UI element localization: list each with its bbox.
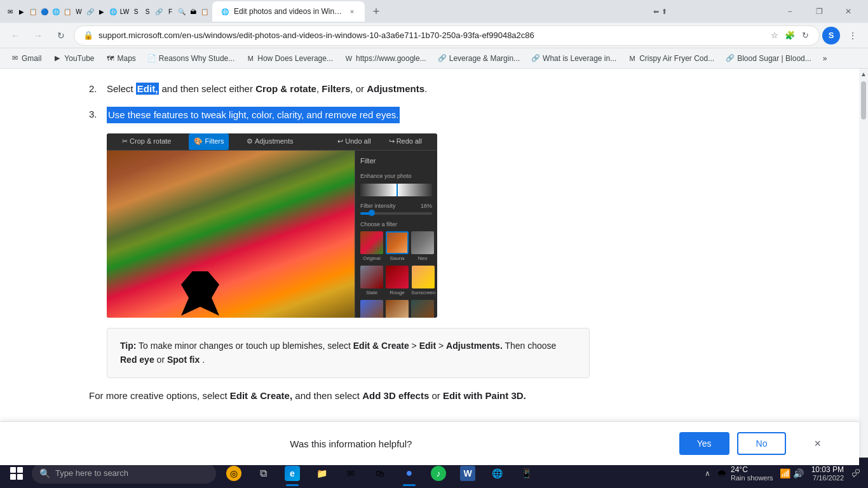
screenshot-container: ✂ Crop & rotate 🎨 Filters ⚙ Adjustments … [107,133,437,318]
photos-toolbar: ✂ Crop & rotate 🎨 Filters ⚙ Adjustments … [107,133,437,151]
user-profile-button[interactable]: S [822,27,840,44]
filter-panel: Filter Enhance your photo Filter intensi… [355,151,437,318]
tab-favicon-14: 🔗 [154,6,164,17]
bookmark-what-leverage[interactable]: 🔗 What is Leverage in... [526,51,621,66]
bookmark-leverage-how-label: How Does Leverage... [257,54,333,63]
bookmark-maps[interactable]: 🗺 Maps [101,51,141,66]
bookmark-what-leverage-label: What is Leverage in... [543,54,616,63]
scroll-thumb[interactable] [861,81,866,119]
tip-arrow2: > [438,341,446,351]
redo-all-btn: ↪ Redo all [384,133,427,150]
spotify-icon: ♪ [431,466,446,481]
network-icon[interactable]: 📶 [780,468,790,478]
bookmark-leverage-margin[interactable]: 🔗 Leverage & Margin... [433,51,525,66]
word-icon: W [460,466,475,481]
weather-widget[interactable]: 🌧 24°C Rain showers [713,465,777,482]
tab-favicon-13: S [142,6,153,17]
bookmark-youtube[interactable]: ▶ YouTube [48,51,99,66]
feedback-close-button[interactable]: × [814,437,821,451]
show-hidden-icons[interactable]: ∧ [705,469,710,478]
feedback-yes-button[interactable]: Yes [679,432,729,455]
back-button[interactable]: ← [5,25,25,46]
feedback-buttons: Yes No [679,432,787,455]
bookmark-blood-sugar[interactable]: 🔗 Blood Sugar | Blood... [721,51,817,66]
refresh-button[interactable]: ↻ [51,25,71,46]
task-view-icon: ⧉ [255,466,271,481]
clock-time: 10:03 PM [811,465,844,474]
settings-button[interactable]: ⋮ [843,25,863,46]
tab-favicon-9: ▶ [97,6,107,17]
clock-area[interactable]: 10:03 PM 7/16/2022 [806,465,849,482]
extensions-icon[interactable]: 🧩 [783,29,796,42]
bookmark-gmail-label: Gmail [22,54,41,63]
tab-favicon-10: 🌐 [108,6,118,17]
filter-grid-row2: Slate Rouge Sunscreen [360,266,432,297]
filters-btn: 🎨 Filters [189,133,229,150]
active-tab[interactable]: 🌐 Edit photos and videos in Windows 10 × [212,1,365,22]
weather-icon: 🌧 [717,468,727,479]
tab-favicon-6: 📋 [62,6,72,17]
tab-favicon-5: 🌐 [51,6,61,17]
close-button[interactable]: ✕ [834,0,863,23]
creative-paragraph: For more creative options, select Edit &… [89,388,821,403]
bookmark-blood-sugar-label: Blood Sugar | Blood... [737,54,811,63]
creative-text-mid: and then select [295,390,362,401]
what-leverage-favicon: 🔗 [531,54,540,63]
sync-icon[interactable]: ↻ [799,29,811,42]
bird-image: ✖ − + [107,151,355,318]
bookmark-gmail[interactable]: ✉ Gmail [5,51,46,66]
tab-favicon-wiki: W [74,6,84,17]
address-bar[interactable]: 🔒 support.microsoft.com/en-us/windows/ed… [74,25,820,46]
photos-image-area: ✖ − + [107,151,355,318]
title-bar: ✉ ▶ 📋 🔵 🌐 📋 W 🔗 ▶ 🌐 LW S S 🔗 F 🔍 🏔 📋 🌐 E… [0,0,868,23]
tab-favicon-17: 🏔 [188,6,198,17]
bookmark-maps-label: Maps [118,54,136,63]
step-3: 3. Use these features to tweak light, co… [89,107,821,123]
taskbar-search-box[interactable]: 🔍 Type here to search [32,463,216,484]
bookmark-google-label: https://www.google... [356,54,426,63]
right-scrollbar: ▲ ▼ [859,69,868,488]
store-icon: 🛍 [372,466,388,481]
bookmark-more[interactable]: » [818,51,832,66]
restore-button[interactable]: ❐ [804,0,834,23]
windows-start-icon [10,467,23,480]
browser-content: 2. Select Edit, and then select either C… [0,69,868,488]
bookmarks-bar: ✉ Gmail ▶ YouTube 🗺 Maps 📄 Reasons Why S… [0,48,868,69]
tip-period: . [202,355,205,365]
mail-icon: ✉ [343,466,358,481]
forward-button[interactable]: → [28,25,48,46]
step-2-adjustments: Adjustments [367,83,424,94]
bookmark-crispy[interactable]: M Crispy Air Fryer Cod... [623,51,719,66]
tip-edit-create: Edit & Create [353,341,409,351]
url-text: support.microsoft.com/en-us/windows/edit… [98,30,764,40]
creative-text-before: For more creative options, select [89,390,230,401]
step-2-crop: Crop & rotate [255,83,316,94]
panel-filter-title: Filter [360,156,432,167]
tab-favicon-15: F [165,6,175,17]
bookmark-reasons[interactable]: 📄 Reasons Why Stude... [142,51,240,66]
tip-text: Tip: To make minor changes or touch up b… [120,339,576,367]
minimize-button[interactable]: − [775,0,804,23]
adjustments-btn: ⚙ Adjustments [241,133,298,150]
tip-red-eye: Red eye [120,355,154,365]
filter-grid-row1: Original Sauna Neo [360,231,432,263]
tip-edit: Edit [419,341,436,351]
favicon-group: ✉ ▶ 📋 🔵 🌐 📋 W 🔗 ▶ 🌐 LW S S 🔗 F 🔍 🏔 📋 [5,6,210,17]
notification-icon[interactable]: 🗪 [851,468,860,478]
youtube-favicon: ▶ [53,54,62,63]
tab-close-button[interactable]: × [347,6,357,17]
filter-grid-row3: Icarus Sahara Zeke [360,300,432,318]
tip-adjustments: Adjustments. [446,341,503,351]
sound-icon[interactable]: 🔊 [793,468,804,478]
tip-then: Then choose [505,341,556,351]
maps-favicon: 🗺 [106,54,115,63]
new-tab-button[interactable]: + [367,3,385,20]
scroll-up-arrow[interactable]: ▲ [859,69,868,79]
feedback-no-button[interactable]: No [737,432,787,455]
bookmark-google[interactable]: W https://www.google... [339,51,431,66]
edge-icon: e [285,466,300,481]
bookmark-leverage-how[interactable]: M How Does Leverage... [241,51,338,66]
bookmark-star-icon[interactable]: ☆ [768,29,781,42]
tip-label: Tip: [120,341,136,351]
window-controls: ⬅ ⬆ − ❐ ✕ [648,0,863,23]
